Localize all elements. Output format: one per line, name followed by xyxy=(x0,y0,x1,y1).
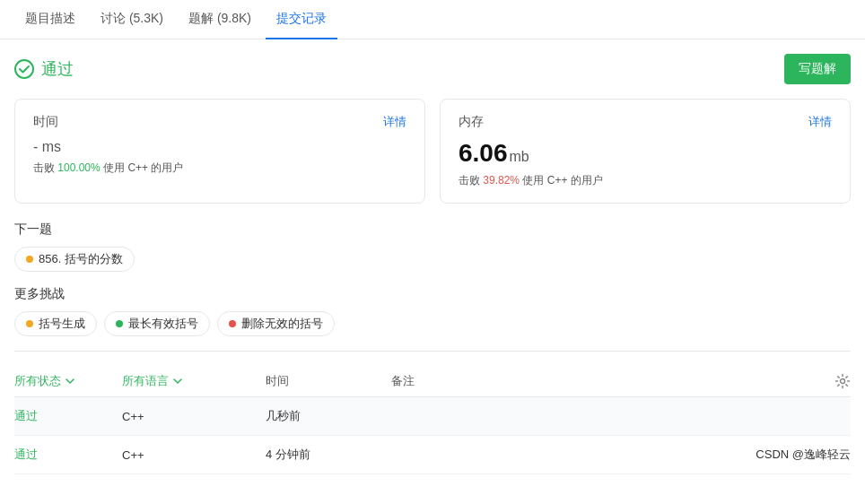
svg-point-0 xyxy=(15,60,33,78)
more-challenges-tags: 括号生成 最长有效括号 删除无效的括号 xyxy=(14,311,851,336)
time-stat-percent: 100.00% xyxy=(57,161,100,174)
table-row: 通过 C++ 几秒前 xyxy=(14,397,851,436)
status-row: 通过 写题解 xyxy=(14,54,851,84)
filter-status-col: 所有状态 xyxy=(14,373,122,389)
filter-lang-col: 所有语言 xyxy=(122,373,266,389)
time-card-title: 时间 xyxy=(33,114,58,130)
row-0-extra xyxy=(689,397,851,436)
table-row: 通过 C++ 4 分钟前 CSDN @逸峰轻云 xyxy=(14,436,851,474)
time-card: 时间 详情 - ms 击败 100.00% 使用 C++ 的用户 xyxy=(14,99,425,204)
row-0-lang: C++ xyxy=(122,397,266,436)
row-1-time: 4 分钟前 xyxy=(266,436,391,474)
memory-card-title: 内存 xyxy=(459,114,484,130)
challenge-label-1: 最长有效括号 xyxy=(128,316,198,332)
write-solution-button[interactable]: 写题解 xyxy=(784,54,851,84)
memory-card-header: 内存 详情 xyxy=(459,114,832,130)
filter-status-button[interactable]: 所有状态 xyxy=(14,373,75,389)
dot-icon xyxy=(26,256,33,263)
dot-icon xyxy=(229,320,236,327)
row-1-extra: CSDN @逸峰轻云 xyxy=(689,436,851,474)
submission-table: 通过 C++ 几秒前 通过 C++ 4 分钟前 CSDN @逸峰轻云 xyxy=(14,397,851,474)
col-gear xyxy=(815,373,851,389)
table-filter-row: 所有状态 所有语言 时间 备注 xyxy=(14,366,851,397)
tab-solutions[interactable]: 题解 (9.8K) xyxy=(178,0,262,39)
tab-submissions[interactable]: 提交记录 xyxy=(266,0,337,39)
main-content: 通过 写题解 时间 详情 - ms 击败 100.00% 使用 C++ 的用户 … xyxy=(0,39,865,474)
time-stat-suffix: 使用 C++ 的用户 xyxy=(103,161,183,174)
chevron-down-icon xyxy=(172,376,183,387)
cards-row: 时间 详情 - ms 击败 100.00% 使用 C++ 的用户 内存 详情 6… xyxy=(14,99,851,204)
divider xyxy=(14,351,851,352)
col-time: 时间 xyxy=(266,373,391,389)
memory-stat-percent: 39.82% xyxy=(483,174,520,187)
time-card-header: 时间 详情 xyxy=(33,114,406,130)
challenge-label-0: 括号生成 xyxy=(39,316,85,332)
status-pass: 通过 xyxy=(14,58,74,80)
challenge-tag-1[interactable]: 最长有效括号 xyxy=(104,311,210,336)
row-1-status: 通过 xyxy=(14,436,122,474)
row-0-note xyxy=(391,397,689,436)
row-0-time: 几秒前 xyxy=(266,397,391,436)
challenge-tag-2[interactable]: 删除无效的括号 xyxy=(217,311,335,336)
tab-bar: 题目描述 讨论 (5.3K) 题解 (9.8K) 提交记录 xyxy=(0,0,865,39)
next-problem-title: 下一题 xyxy=(14,222,851,238)
challenge-label-2: 删除无效的括号 xyxy=(241,316,323,332)
more-challenges-title: 更多挑战 xyxy=(14,286,851,302)
next-problem-section: 下一题 856. 括号的分数 xyxy=(14,222,851,272)
tab-discuss[interactable]: 讨论 (5.3K) xyxy=(90,0,174,39)
status-text: 通过 xyxy=(41,58,74,80)
chevron-down-icon xyxy=(65,376,75,387)
memory-card: 内存 详情 6.06mb 击败 39.82% 使用 C++ 的用户 xyxy=(440,99,851,204)
time-card-value: - ms xyxy=(33,139,406,155)
time-card-detail-link[interactable]: 详情 xyxy=(383,114,406,130)
row-0-status: 通过 xyxy=(14,397,122,436)
dot-icon xyxy=(116,320,123,327)
check-circle-icon xyxy=(14,59,34,79)
row-1-note xyxy=(391,436,689,474)
filter-lang-button[interactable]: 所有语言 xyxy=(122,373,183,389)
row-1-lang: C++ xyxy=(122,436,266,474)
next-problem-item[interactable]: 856. 括号的分数 xyxy=(14,247,135,272)
next-problem-tags: 856. 括号的分数 xyxy=(14,247,851,272)
svg-point-1 xyxy=(841,379,845,384)
dot-icon xyxy=(26,320,33,327)
filter-lang-label: 所有语言 xyxy=(122,373,169,389)
col-note: 备注 xyxy=(391,373,815,389)
more-challenges-section: 更多挑战 括号生成 最长有效括号 删除无效的括号 xyxy=(14,286,851,336)
next-problem-label: 856. 括号的分数 xyxy=(39,251,123,267)
time-stat-prefix: 击败 xyxy=(33,161,55,174)
memory-card-value: 6.06mb xyxy=(459,139,832,168)
memory-stat-prefix: 击败 xyxy=(459,174,480,187)
filter-status-label: 所有状态 xyxy=(14,373,61,389)
memory-card-detail-link[interactable]: 详情 xyxy=(808,114,832,130)
gear-icon[interactable] xyxy=(834,373,851,389)
memory-stat-suffix: 使用 C++ 的用户 xyxy=(522,174,602,187)
memory-card-stat: 击败 39.82% 使用 C++ 的用户 xyxy=(459,173,832,188)
challenge-tag-0[interactable]: 括号生成 xyxy=(14,311,97,336)
tab-description[interactable]: 题目描述 xyxy=(14,0,86,39)
time-card-stat: 击败 100.00% 使用 C++ 的用户 xyxy=(33,161,406,176)
